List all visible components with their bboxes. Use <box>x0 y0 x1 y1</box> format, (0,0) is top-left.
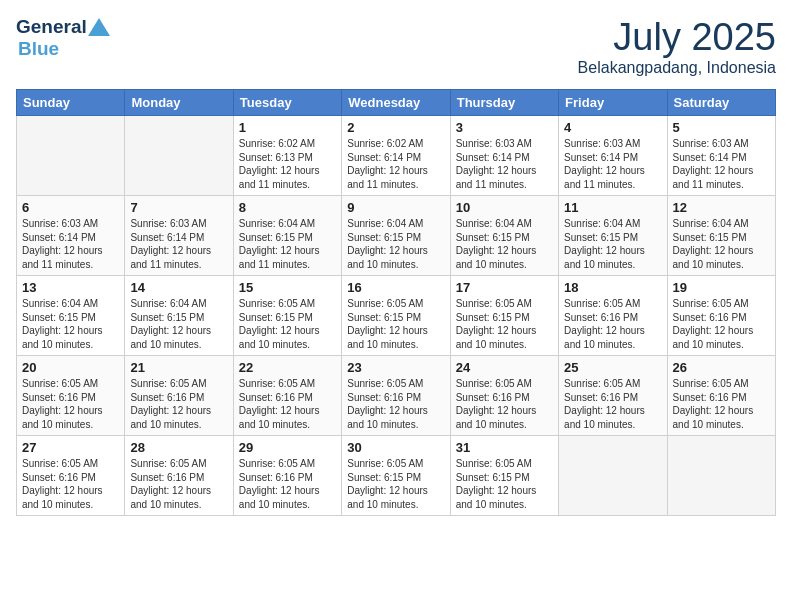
day-info: Sunrise: 6:05 AMSunset: 6:16 PMDaylight:… <box>564 297 661 351</box>
day-info: Sunrise: 6:04 AMSunset: 6:15 PMDaylight:… <box>456 217 553 271</box>
calendar-table: SundayMondayTuesdayWednesdayThursdayFrid… <box>16 89 776 516</box>
calendar-cell: 14Sunrise: 6:04 AMSunset: 6:15 PMDayligh… <box>125 276 233 356</box>
weekday-header: Sunday <box>17 90 125 116</box>
day-info: Sunrise: 6:03 AMSunset: 6:14 PMDaylight:… <box>22 217 119 271</box>
day-info: Sunrise: 6:05 AMSunset: 6:15 PMDaylight:… <box>456 297 553 351</box>
weekday-header-row: SundayMondayTuesdayWednesdayThursdayFrid… <box>17 90 776 116</box>
day-number: 27 <box>22 440 119 455</box>
day-number: 11 <box>564 200 661 215</box>
day-number: 25 <box>564 360 661 375</box>
day-info: Sunrise: 6:03 AMSunset: 6:14 PMDaylight:… <box>564 137 661 191</box>
calendar-cell: 7Sunrise: 6:03 AMSunset: 6:14 PMDaylight… <box>125 196 233 276</box>
calendar-cell: 12Sunrise: 6:04 AMSunset: 6:15 PMDayligh… <box>667 196 775 276</box>
day-number: 5 <box>673 120 770 135</box>
day-info: Sunrise: 6:05 AMSunset: 6:16 PMDaylight:… <box>22 457 119 511</box>
calendar-cell: 19Sunrise: 6:05 AMSunset: 6:16 PMDayligh… <box>667 276 775 356</box>
calendar-cell: 17Sunrise: 6:05 AMSunset: 6:15 PMDayligh… <box>450 276 558 356</box>
day-number: 28 <box>130 440 227 455</box>
day-info: Sunrise: 6:04 AMSunset: 6:15 PMDaylight:… <box>22 297 119 351</box>
calendar-cell: 3Sunrise: 6:03 AMSunset: 6:14 PMDaylight… <box>450 116 558 196</box>
calendar-week-row: 1Sunrise: 6:02 AMSunset: 6:13 PMDaylight… <box>17 116 776 196</box>
day-number: 10 <box>456 200 553 215</box>
day-info: Sunrise: 6:05 AMSunset: 6:15 PMDaylight:… <box>456 457 553 511</box>
day-info: Sunrise: 6:05 AMSunset: 6:16 PMDaylight:… <box>673 297 770 351</box>
day-info: Sunrise: 6:05 AMSunset: 6:16 PMDaylight:… <box>239 457 336 511</box>
day-number: 16 <box>347 280 444 295</box>
day-info: Sunrise: 6:05 AMSunset: 6:16 PMDaylight:… <box>673 377 770 431</box>
calendar-cell: 28Sunrise: 6:05 AMSunset: 6:16 PMDayligh… <box>125 436 233 516</box>
weekday-header: Saturday <box>667 90 775 116</box>
day-info: Sunrise: 6:05 AMSunset: 6:16 PMDaylight:… <box>239 377 336 431</box>
weekday-header: Monday <box>125 90 233 116</box>
calendar-cell <box>667 436 775 516</box>
month-title: July 2025 <box>578 16 776 59</box>
day-number: 1 <box>239 120 336 135</box>
day-number: 31 <box>456 440 553 455</box>
day-info: Sunrise: 6:05 AMSunset: 6:16 PMDaylight:… <box>130 457 227 511</box>
calendar-week-row: 13Sunrise: 6:04 AMSunset: 6:15 PMDayligh… <box>17 276 776 356</box>
day-info: Sunrise: 6:03 AMSunset: 6:14 PMDaylight:… <box>130 217 227 271</box>
day-info: Sunrise: 6:04 AMSunset: 6:15 PMDaylight:… <box>564 217 661 271</box>
title-block: July 2025 Belakangpadang, Indonesia <box>578 16 776 77</box>
day-number: 26 <box>673 360 770 375</box>
calendar-cell: 2Sunrise: 6:02 AMSunset: 6:14 PMDaylight… <box>342 116 450 196</box>
calendar-week-row: 6Sunrise: 6:03 AMSunset: 6:14 PMDaylight… <box>17 196 776 276</box>
logo-icon <box>88 18 110 36</box>
calendar-cell: 4Sunrise: 6:03 AMSunset: 6:14 PMDaylight… <box>559 116 667 196</box>
day-number: 24 <box>456 360 553 375</box>
weekday-header: Wednesday <box>342 90 450 116</box>
logo-blue: Blue <box>18 38 59 59</box>
weekday-header: Thursday <box>450 90 558 116</box>
calendar-cell: 18Sunrise: 6:05 AMSunset: 6:16 PMDayligh… <box>559 276 667 356</box>
day-info: Sunrise: 6:04 AMSunset: 6:15 PMDaylight:… <box>673 217 770 271</box>
day-number: 12 <box>673 200 770 215</box>
calendar-cell: 9Sunrise: 6:04 AMSunset: 6:15 PMDaylight… <box>342 196 450 276</box>
day-number: 4 <box>564 120 661 135</box>
calendar-cell: 21Sunrise: 6:05 AMSunset: 6:16 PMDayligh… <box>125 356 233 436</box>
day-info: Sunrise: 6:05 AMSunset: 6:16 PMDaylight:… <box>347 377 444 431</box>
day-number: 2 <box>347 120 444 135</box>
calendar-cell: 30Sunrise: 6:05 AMSunset: 6:15 PMDayligh… <box>342 436 450 516</box>
day-number: 8 <box>239 200 336 215</box>
day-info: Sunrise: 6:05 AMSunset: 6:16 PMDaylight:… <box>456 377 553 431</box>
day-info: Sunrise: 6:05 AMSunset: 6:15 PMDaylight:… <box>347 297 444 351</box>
day-info: Sunrise: 6:05 AMSunset: 6:16 PMDaylight:… <box>22 377 119 431</box>
calendar-cell: 8Sunrise: 6:04 AMSunset: 6:15 PMDaylight… <box>233 196 341 276</box>
day-number: 7 <box>130 200 227 215</box>
day-info: Sunrise: 6:02 AMSunset: 6:13 PMDaylight:… <box>239 137 336 191</box>
calendar-cell <box>125 116 233 196</box>
calendar-cell: 25Sunrise: 6:05 AMSunset: 6:16 PMDayligh… <box>559 356 667 436</box>
day-number: 29 <box>239 440 336 455</box>
calendar-cell: 27Sunrise: 6:05 AMSunset: 6:16 PMDayligh… <box>17 436 125 516</box>
calendar-cell: 26Sunrise: 6:05 AMSunset: 6:16 PMDayligh… <box>667 356 775 436</box>
svg-marker-0 <box>88 18 110 36</box>
calendar-cell: 20Sunrise: 6:05 AMSunset: 6:16 PMDayligh… <box>17 356 125 436</box>
day-number: 9 <box>347 200 444 215</box>
logo-general: General <box>16 16 87 38</box>
day-number: 6 <box>22 200 119 215</box>
location-title: Belakangpadang, Indonesia <box>578 59 776 77</box>
day-number: 19 <box>673 280 770 295</box>
calendar-cell: 11Sunrise: 6:04 AMSunset: 6:15 PMDayligh… <box>559 196 667 276</box>
day-number: 3 <box>456 120 553 135</box>
day-info: Sunrise: 6:04 AMSunset: 6:15 PMDaylight:… <box>347 217 444 271</box>
day-number: 23 <box>347 360 444 375</box>
day-number: 14 <box>130 280 227 295</box>
day-info: Sunrise: 6:02 AMSunset: 6:14 PMDaylight:… <box>347 137 444 191</box>
calendar-cell: 24Sunrise: 6:05 AMSunset: 6:16 PMDayligh… <box>450 356 558 436</box>
calendar-cell: 16Sunrise: 6:05 AMSunset: 6:15 PMDayligh… <box>342 276 450 356</box>
day-number: 17 <box>456 280 553 295</box>
day-number: 21 <box>130 360 227 375</box>
calendar-cell: 15Sunrise: 6:05 AMSunset: 6:15 PMDayligh… <box>233 276 341 356</box>
calendar-cell: 31Sunrise: 6:05 AMSunset: 6:15 PMDayligh… <box>450 436 558 516</box>
day-number: 15 <box>239 280 336 295</box>
day-number: 22 <box>239 360 336 375</box>
day-info: Sunrise: 6:03 AMSunset: 6:14 PMDaylight:… <box>456 137 553 191</box>
calendar-cell <box>17 116 125 196</box>
day-info: Sunrise: 6:05 AMSunset: 6:15 PMDaylight:… <box>347 457 444 511</box>
calendar-cell: 13Sunrise: 6:04 AMSunset: 6:15 PMDayligh… <box>17 276 125 356</box>
calendar-cell: 1Sunrise: 6:02 AMSunset: 6:13 PMDaylight… <box>233 116 341 196</box>
day-info: Sunrise: 6:05 AMSunset: 6:15 PMDaylight:… <box>239 297 336 351</box>
calendar-cell: 6Sunrise: 6:03 AMSunset: 6:14 PMDaylight… <box>17 196 125 276</box>
day-info: Sunrise: 6:04 AMSunset: 6:15 PMDaylight:… <box>239 217 336 271</box>
